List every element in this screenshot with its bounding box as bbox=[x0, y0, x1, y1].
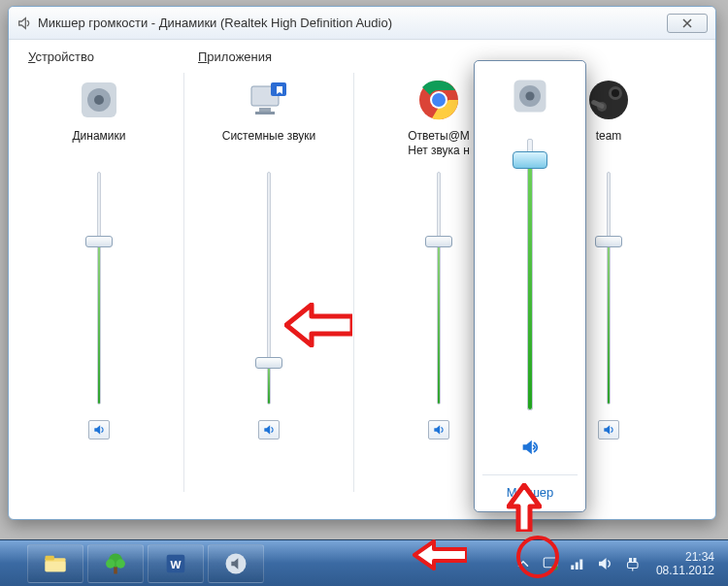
svg-point-23 bbox=[106, 559, 115, 568]
close-icon bbox=[682, 18, 692, 28]
divider bbox=[183, 73, 184, 492]
mute-button[interactable] bbox=[598, 420, 619, 440]
svg-point-9 bbox=[432, 93, 446, 107]
svg-rect-30 bbox=[571, 565, 574, 570]
device-label: Динамики bbox=[72, 129, 125, 160]
volume-tray-task-icon[interactable] bbox=[208, 544, 264, 583]
mixer-body: Устройство Динамики Приложения Систе bbox=[9, 40, 715, 519]
svg-rect-19 bbox=[46, 555, 54, 560]
volume-flyout: Микшер bbox=[474, 60, 586, 512]
section-label-apps: Приложения bbox=[192, 49, 346, 69]
window-title: Микшер громкости - Динамики (Realtek Hig… bbox=[38, 16, 667, 30]
svg-rect-31 bbox=[576, 562, 579, 570]
master-volume-slider[interactable] bbox=[513, 139, 546, 410]
taskbar-pinned-apps: W bbox=[0, 544, 264, 583]
volume-slider[interactable] bbox=[425, 172, 452, 405]
svg-rect-34 bbox=[633, 558, 636, 563]
volume-slider[interactable] bbox=[85, 172, 113, 405]
svg-point-17 bbox=[525, 91, 534, 100]
volume-tray-icon[interactable] bbox=[596, 555, 613, 572]
tree-app-icon[interactable] bbox=[87, 544, 144, 583]
svg-rect-35 bbox=[627, 562, 638, 568]
steam-icon[interactable] bbox=[585, 77, 632, 123]
chevron-up-icon[interactable] bbox=[514, 555, 532, 572]
app-label: team bbox=[596, 129, 622, 160]
system-tray: 21:34 08.11.2012 bbox=[514, 550, 728, 577]
date-text: 08.11.2012 bbox=[656, 564, 714, 577]
speaker-icon bbox=[17, 16, 32, 31]
app-label: Системные звуки bbox=[222, 129, 315, 160]
mute-button[interactable] bbox=[519, 438, 541, 457]
app-column: Приложения Системные звуки bbox=[192, 49, 346, 504]
device-column: Устройство Динамики bbox=[22, 49, 176, 504]
system-sounds-icon[interactable] bbox=[246, 77, 292, 123]
taskbar: W 21:34 08.11.2012 bbox=[0, 539, 728, 586]
svg-rect-32 bbox=[579, 559, 582, 570]
explorer-icon[interactable] bbox=[27, 544, 83, 583]
chrome-icon[interactable] bbox=[415, 77, 462, 123]
mute-button[interactable] bbox=[428, 420, 449, 440]
svg-rect-4 bbox=[259, 108, 271, 112]
svg-point-2 bbox=[94, 95, 104, 105]
mute-button[interactable] bbox=[88, 420, 110, 440]
speaker-device-icon[interactable] bbox=[509, 75, 551, 117]
svg-rect-33 bbox=[629, 558, 632, 563]
time-text: 21:34 bbox=[656, 550, 714, 564]
volume-slider[interactable] bbox=[255, 172, 282, 405]
app-label: Ответы@M Нет звука н bbox=[408, 129, 470, 160]
mute-button[interactable] bbox=[258, 420, 280, 440]
svg-point-24 bbox=[116, 559, 125, 568]
close-button[interactable] bbox=[667, 14, 708, 33]
volume-mixer-window: Микшер громкости - Динамики (Realtek Hig… bbox=[8, 6, 716, 520]
mixer-link[interactable]: Микшер bbox=[482, 474, 578, 504]
svg-rect-21 bbox=[114, 566, 117, 573]
svg-point-12 bbox=[612, 89, 619, 97]
svg-rect-5 bbox=[255, 112, 275, 114]
clock[interactable]: 21:34 08.11.2012 bbox=[650, 550, 720, 577]
speaker-device-icon[interactable] bbox=[76, 77, 122, 123]
svg-rect-20 bbox=[46, 561, 66, 571]
action-center-icon[interactable] bbox=[542, 555, 559, 572]
word-icon[interactable]: W bbox=[148, 544, 204, 583]
volume-slider[interactable] bbox=[595, 172, 622, 405]
section-label-device: Устройство bbox=[22, 49, 176, 69]
divider bbox=[353, 73, 354, 492]
power-icon[interactable] bbox=[623, 555, 641, 572]
network-icon[interactable] bbox=[569, 555, 586, 572]
svg-point-10 bbox=[589, 81, 628, 119]
svg-text:W: W bbox=[170, 557, 181, 570]
title-bar[interactable]: Микшер громкости - Динамики (Realtek Hig… bbox=[9, 7, 715, 40]
